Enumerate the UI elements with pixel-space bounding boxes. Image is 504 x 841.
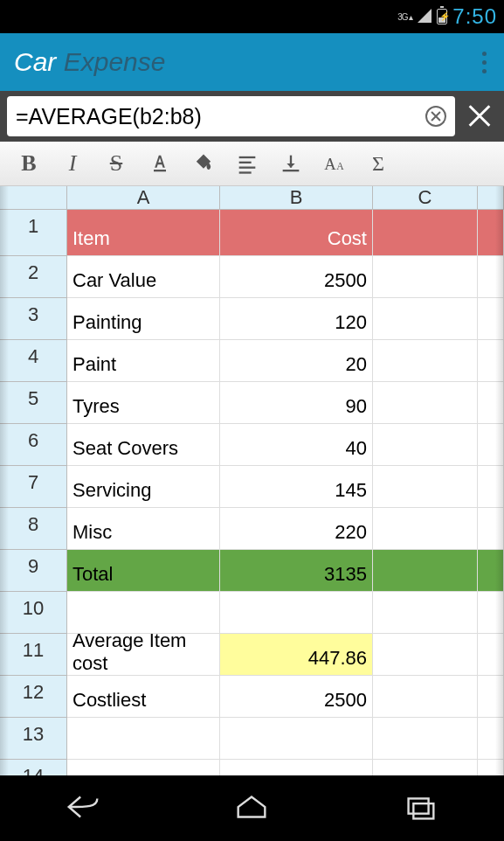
cell-c9[interactable] (373, 550, 478, 592)
cell-c8[interactable] (373, 508, 478, 550)
app-bar: Car Expense (0, 33, 504, 91)
strikethrough-button[interactable]: S (94, 142, 138, 184)
cell-c7[interactable] (373, 466, 478, 508)
row-header-6[interactable]: 6 (0, 424, 67, 466)
cell-d2[interactable] (478, 256, 504, 298)
overflow-menu-button[interactable] (475, 45, 494, 80)
select-all-corner[interactable] (0, 186, 67, 210)
cell-b14[interactable] (220, 760, 373, 775)
cell-c1[interactable] (373, 210, 478, 256)
column-header-b[interactable]: B (220, 186, 373, 210)
back-button[interactable] (64, 791, 104, 826)
cell-d5[interactable] (478, 382, 504, 424)
italic-button[interactable]: I (51, 142, 94, 184)
row-header-14[interactable]: 14 (0, 760, 67, 775)
cell-b10[interactable] (220, 592, 373, 634)
cell-d12[interactable] (478, 676, 504, 718)
cell-a5[interactable]: Tyres (67, 382, 220, 424)
cell-d9[interactable] (478, 550, 504, 592)
cell-b9[interactable]: 3135 (220, 550, 373, 592)
cell-a1[interactable]: Item (67, 210, 220, 256)
row-header-11[interactable]: 11 (0, 634, 67, 676)
row-header-7[interactable]: 7 (0, 466, 67, 508)
cell-b1[interactable]: Cost (220, 210, 373, 256)
cell-b13[interactable] (220, 718, 373, 760)
row-header-5[interactable]: 5 (0, 382, 67, 424)
cell-d11[interactable] (478, 634, 504, 676)
row-header-1[interactable]: 1 (0, 210, 67, 256)
spreadsheet[interactable]: A B C 1ItemCost2Car Value25003Painting12… (0, 186, 504, 775)
row-header-9[interactable]: 9 (0, 550, 67, 592)
cell-a13[interactable] (67, 718, 220, 760)
home-button[interactable] (231, 791, 272, 826)
cell-a6[interactable]: Seat Covers (67, 424, 220, 466)
bold-button[interactable]: B (7, 142, 51, 184)
svg-rect-9 (413, 803, 433, 818)
cell-d7[interactable] (478, 466, 504, 508)
cell-c5[interactable] (373, 382, 478, 424)
cell-d13[interactable] (478, 718, 504, 760)
cell-b3[interactable]: 120 (220, 298, 373, 340)
cell-a3[interactable]: Painting (67, 298, 220, 340)
cell-d1[interactable] (478, 210, 504, 256)
cell-a7[interactable]: Servicing (67, 466, 220, 508)
cell-d14[interactable] (478, 760, 504, 775)
cell-b8[interactable]: 220 (220, 508, 373, 550)
cell-c12[interactable] (373, 676, 478, 718)
row-header-10[interactable]: 10 (0, 592, 67, 634)
row-header-8[interactable]: 8 (0, 508, 67, 550)
vertical-align-button[interactable] (269, 142, 313, 184)
cell-c10[interactable] (373, 592, 478, 634)
cell-d4[interactable] (478, 340, 504, 382)
android-status-bar: 3G ▴ ⚡ 7:50 (0, 0, 504, 33)
svg-text:A: A (336, 161, 344, 172)
row-header-13[interactable]: 13 (0, 718, 67, 760)
cell-a11[interactable]: Average Item cost (67, 634, 220, 676)
formula-input[interactable]: =AVERAGE(b2:b8) (7, 96, 455, 136)
cell-a4[interactable]: Paint (67, 340, 220, 382)
cell-a8[interactable]: Misc (67, 508, 220, 550)
cell-c4[interactable] (373, 340, 478, 382)
row-header-3[interactable]: 3 (0, 298, 67, 340)
recent-apps-button[interactable] (400, 791, 440, 826)
function-button[interactable]: Σ (356, 142, 400, 184)
cell-c11[interactable] (373, 634, 478, 676)
column-header-c[interactable]: C (373, 186, 478, 210)
cell-b11[interactable]: 447.86 (220, 634, 373, 676)
column-header-a[interactable]: A (67, 186, 220, 210)
cell-b2[interactable]: 2500 (220, 256, 373, 298)
cell-a12[interactable]: Costliest (67, 676, 220, 718)
cell-b6[interactable]: 40 (220, 424, 373, 466)
cell-a10[interactable] (67, 592, 220, 634)
cell-c3[interactable] (373, 298, 478, 340)
cell-b5[interactable]: 90 (220, 382, 373, 424)
clear-input-icon[interactable] (425, 106, 446, 127)
row-6: 6Seat Covers40 (0, 424, 504, 466)
cell-a2[interactable]: Car Value (67, 256, 220, 298)
row-header-2[interactable]: 2 (0, 256, 67, 298)
cell-c14[interactable] (373, 760, 478, 775)
cell-a14[interactable] (67, 760, 220, 775)
cell-b7[interactable]: 145 (220, 466, 373, 508)
cell-c6[interactable] (373, 424, 478, 466)
cell-d8[interactable] (478, 508, 504, 550)
cell-d3[interactable] (478, 298, 504, 340)
cell-d10[interactable] (478, 592, 504, 634)
cell-d6[interactable] (478, 424, 504, 466)
close-formula-button[interactable] (462, 99, 497, 134)
row-header-12[interactable]: 12 (0, 676, 67, 718)
cell-b12[interactable]: 2500 (220, 676, 373, 718)
cell-a9[interactable]: Total (67, 550, 220, 592)
text-color-button[interactable] (138, 142, 182, 184)
row-14: 14 (0, 760, 504, 775)
svg-rect-8 (408, 798, 428, 813)
font-size-button[interactable]: AA (313, 142, 356, 184)
android-nav-bar (0, 775, 504, 841)
row-header-4[interactable]: 4 (0, 340, 67, 382)
cell-c2[interactable] (373, 256, 478, 298)
align-button[interactable] (225, 142, 269, 184)
column-header-d[interactable] (478, 186, 504, 210)
cell-b4[interactable]: 20 (220, 340, 373, 382)
fill-color-button[interactable] (182, 142, 225, 184)
cell-c13[interactable] (373, 718, 478, 760)
